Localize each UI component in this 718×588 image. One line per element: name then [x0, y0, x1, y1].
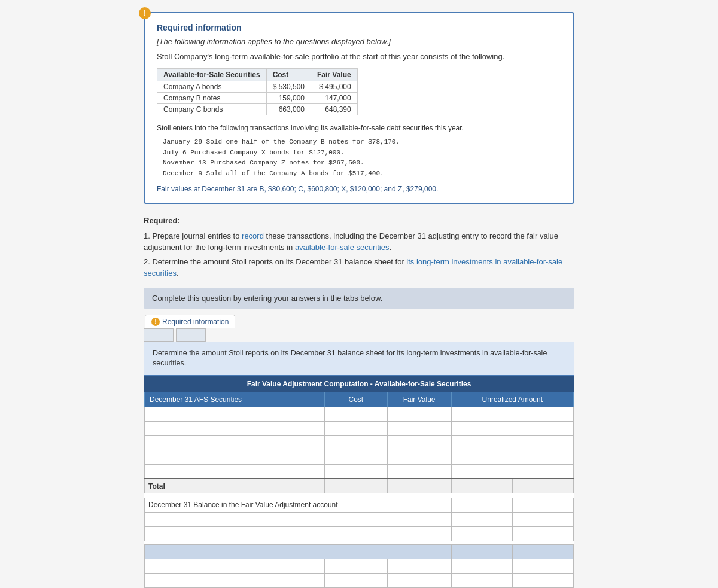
- total-cost-input[interactable]: [328, 482, 383, 491]
- info-icon: !: [139, 7, 151, 19]
- fv-row4-cost-input[interactable]: [328, 452, 383, 462]
- entry1-col4: [451, 559, 512, 573]
- fv-row5-unrealized: [451, 464, 573, 479]
- fv-row2-cost-input[interactable]: [328, 424, 383, 433]
- question-text: Determine the amount Stoll reports on it…: [153, 349, 547, 368]
- required-label: Required:: [144, 215, 574, 227]
- balance-row3-label: [145, 526, 452, 541]
- content-tab-2[interactable]: [176, 328, 206, 342]
- fv-row1-fv: [387, 407, 451, 421]
- total-unrealized-left: [451, 479, 512, 493]
- entry2-col3-input[interactable]: [391, 575, 448, 585]
- tab-info-icon: !: [151, 318, 160, 326]
- fv-row1-label: [145, 407, 325, 421]
- fv-table-title: Fair Value Adjustment Computation - Avai…: [144, 376, 574, 392]
- row1-cost: $ 530,500: [266, 81, 311, 93]
- fv-row1-fv-input[interactable]: [391, 409, 448, 419]
- balance-row3-right: [512, 526, 573, 541]
- fv-row3-label: [145, 435, 325, 450]
- row2-fv: 147,000: [311, 93, 358, 104]
- entry2-label-input[interactable]: [148, 575, 321, 585]
- entry1-col2-input[interactable]: [328, 561, 383, 571]
- entry2-col2-input[interactable]: [328, 575, 383, 585]
- fv-row5-fv-input[interactable]: [391, 467, 448, 476]
- required-item2: 2. Determine the amount Stoll reports on…: [144, 256, 574, 279]
- shaded-label: [145, 544, 452, 559]
- balance-row2-text-input[interactable]: [148, 514, 448, 524]
- entry1-col2: [325, 559, 387, 573]
- content-tab-1[interactable]: [144, 328, 174, 342]
- shaded-col5: [512, 544, 573, 559]
- transaction-item: November 13 Purchased Company Z notes fo…: [163, 158, 561, 169]
- fv-row-1: [145, 407, 574, 421]
- complete-bar-text: Complete this question by entering your …: [152, 294, 382, 303]
- total-label: Total: [145, 479, 325, 493]
- fv-row2-fv: [387, 421, 451, 435]
- entry1-col5: [512, 559, 573, 573]
- total-fv: [387, 479, 451, 493]
- fair-values: Fair values at December 31 are B, $80,60…: [157, 185, 561, 193]
- total-unrealized-left-input[interactable]: [455, 482, 509, 491]
- balance-row2-left-input[interactable]: [455, 514, 509, 524]
- table-row: Company B notes 159,000 147,000: [157, 93, 358, 104]
- item2-text: 2. Determine the amount Stoll reports on…: [144, 257, 562, 278]
- fv-row5-cost-input[interactable]: [328, 467, 383, 476]
- row1-fv: $ 495,000: [311, 81, 358, 93]
- balance-row-2: [145, 512, 574, 526]
- balance-row3-text-input[interactable]: [148, 529, 448, 538]
- entry2-col5-input[interactable]: [516, 575, 570, 585]
- row1-label: Company A bonds: [157, 81, 267, 93]
- fv-col2-header: Cost: [325, 392, 387, 407]
- fv-row4-label: [145, 450, 325, 464]
- fv-row5-unrealized-input[interactable]: [455, 467, 570, 476]
- fv-row-3: [145, 435, 574, 450]
- total-unrealized-right-input[interactable]: [516, 482, 570, 491]
- fv-row1-label-input[interactable]: [148, 409, 321, 419]
- fv-row-2: [145, 421, 574, 435]
- entry2-col4-input[interactable]: [455, 575, 509, 585]
- transaction-item: July 6 Purchased Company X bonds for $12…: [163, 148, 561, 159]
- fv-row3-fv-input[interactable]: [391, 438, 448, 447]
- fv-row5-fv: [387, 464, 451, 479]
- fv-row2-label-input[interactable]: [148, 424, 321, 433]
- fv-row4-fv-input[interactable]: [391, 452, 448, 462]
- transaction-item: December 9 Sold all of the Company A bon…: [163, 169, 561, 179]
- fv-row4-fv: [387, 450, 451, 464]
- fv-row2-cost: [325, 421, 387, 435]
- entry1-col5-input[interactable]: [516, 561, 570, 571]
- spacer-row: [145, 493, 574, 498]
- fv-row4-label-input[interactable]: [148, 452, 321, 462]
- entry-row-2: [145, 573, 574, 587]
- fv-container: Fair Value Adjustment Computation - Avai…: [144, 376, 574, 588]
- fv-row3-cost-input[interactable]: [328, 438, 383, 447]
- fv-row2-unrealized-input[interactable]: [455, 424, 570, 433]
- col-header-securities: Available-for-Sale Securities: [157, 69, 267, 81]
- balance-right-input[interactable]: [516, 500, 570, 510]
- entry1-col3-input[interactable]: [391, 561, 448, 571]
- balance-row2-right-input[interactable]: [516, 514, 570, 524]
- balance-input-right: [512, 498, 573, 512]
- fv-col3-header: Fair Value: [387, 392, 451, 407]
- fv-row3-label-input[interactable]: [148, 438, 321, 447]
- fv-row1-cost-input[interactable]: [328, 409, 383, 419]
- fv-row3-unrealized-input[interactable]: [455, 438, 570, 447]
- info-box: ! Required information [The following in…: [144, 12, 574, 204]
- balance-row3-left: [451, 526, 512, 541]
- entry2-label: [145, 573, 325, 587]
- balance-left-input[interactable]: [455, 500, 509, 510]
- entry1-col4-input[interactable]: [455, 561, 509, 571]
- balance-input-left: [451, 498, 512, 512]
- fv-row2-fv-input[interactable]: [391, 424, 448, 433]
- entry1-label-input[interactable]: [148, 561, 321, 571]
- required-info-tab[interactable]: ! Required information: [145, 315, 235, 328]
- fv-row4-unrealized-input[interactable]: [455, 452, 570, 462]
- req-info-tab-label: Required information: [162, 318, 229, 326]
- fv-row4-unrealized: [451, 450, 573, 464]
- entry-row-1: [145, 559, 574, 573]
- total-fv-input[interactable]: [391, 482, 448, 491]
- fv-row1-unrealized-input[interactable]: [455, 409, 570, 419]
- balance-row2-label: [145, 512, 452, 526]
- fv-row5-label-input[interactable]: [148, 467, 321, 476]
- row3-fv: 648,390: [311, 104, 358, 115]
- row3-cost: 663,000: [266, 104, 311, 115]
